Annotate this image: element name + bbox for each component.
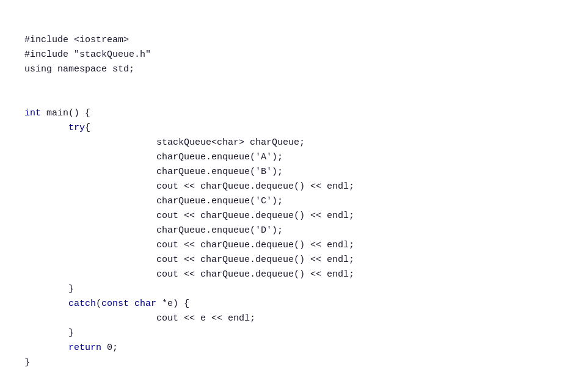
line-5: int main() { bbox=[24, 108, 90, 118]
line-2: #include "stackQueue.h" bbox=[24, 49, 151, 60]
line-15: cout << charQueue.dequeue() << endl; bbox=[24, 255, 354, 265]
line-9: charQueue.enqueue('B'); bbox=[24, 167, 283, 177]
line-1: #include <iostream> bbox=[24, 35, 129, 45]
line-7: stackQueue<char> charQueue; bbox=[24, 137, 305, 148]
code-container: #include <iostream> #include "stackQueue… bbox=[0, 0, 573, 392]
line-16: cout << charQueue.dequeue() << endl; bbox=[24, 269, 354, 280]
code-block: #include <iostream> #include "stackQueue… bbox=[24, 18, 549, 385]
line-6: try{ bbox=[24, 123, 90, 133]
line-11: charQueue.enqueue('C'); bbox=[24, 196, 283, 206]
line-22: } bbox=[24, 357, 30, 368]
line-14: cout << charQueue.dequeue() << endl; bbox=[24, 240, 354, 250]
line-17: } bbox=[24, 284, 74, 294]
line-13: charQueue.enqueue('D'); bbox=[24, 225, 283, 236]
line-19: cout << e << endl; bbox=[24, 313, 255, 324]
line-3: using namespace std; bbox=[24, 64, 134, 74]
line-10: cout << charQueue.dequeue() << endl; bbox=[24, 181, 354, 192]
line-12: cout << charQueue.dequeue() << endl; bbox=[24, 211, 354, 221]
line-18: catch(const char *e) { bbox=[24, 299, 189, 309]
line-21: return 0; bbox=[24, 343, 118, 353]
line-8: charQueue.enqueue('A'); bbox=[24, 152, 283, 162]
line-20: } bbox=[24, 328, 74, 338]
